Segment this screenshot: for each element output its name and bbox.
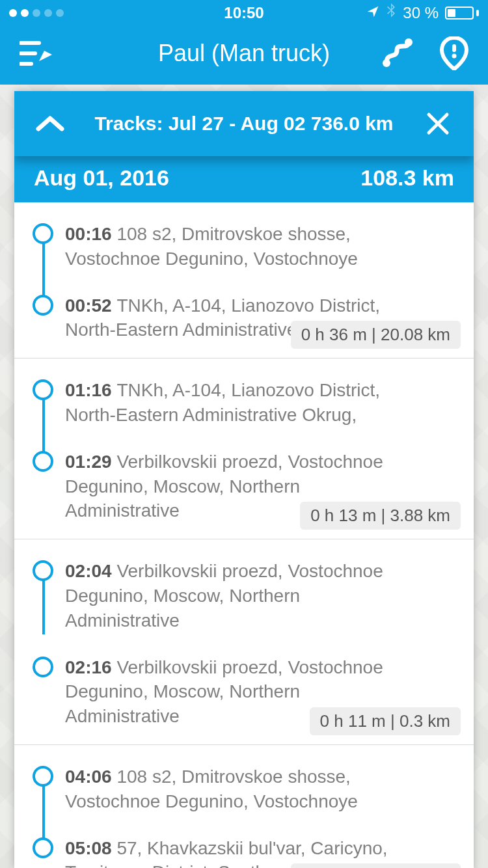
panel-date: Aug 01, 2016 bbox=[34, 165, 169, 191]
segments-list[interactable]: 00:16 108 s2, Dmitrovskoe shosse, Vostoc… bbox=[14, 202, 474, 868]
end-point-icon bbox=[33, 837, 53, 858]
nav-title: Paul (Man truck) bbox=[0, 40, 488, 67]
track-segment[interactable]: 04:06 108 s2, Dmitrovskoe shosse, Vostoc… bbox=[14, 745, 474, 868]
tracks-panel: Tracks: Jul 27 - Aug 02 736.0 km Aug 01,… bbox=[14, 91, 474, 868]
segment-start: 01:16 TNKh, A-104, Lianozovo District, N… bbox=[65, 378, 416, 427]
track-segment[interactable]: 00:16 108 s2, Dmitrovskoe shosse, Vostoc… bbox=[14, 202, 474, 359]
track-segment[interactable]: 01:16 TNKh, A-104, Lianozovo District, N… bbox=[14, 359, 474, 539]
start-point-icon bbox=[33, 560, 53, 581]
start-point-icon bbox=[33, 223, 53, 244]
bluetooth-icon bbox=[386, 3, 396, 23]
duration-badge: 1 h 02 m | 40.46 km bbox=[291, 863, 461, 868]
segment-start: 02:04 Verbilkovskii proezd, Vostochnoe D… bbox=[65, 559, 416, 632]
status-bar: 10:50 30 % bbox=[0, 0, 488, 26]
end-point-icon bbox=[33, 451, 53, 472]
end-point-icon bbox=[33, 657, 53, 677]
end-point-icon bbox=[33, 295, 53, 316]
chevron-up-icon[interactable] bbox=[34, 115, 66, 133]
duration-badge: 0 h 36 m | 20.08 km bbox=[291, 321, 461, 349]
panel-header[interactable]: Tracks: Jul 27 - Aug 02 736.0 km bbox=[14, 91, 474, 156]
segment-start: 00:16 108 s2, Dmitrovskoe shosse, Vostoc… bbox=[65, 222, 416, 271]
nav-bar: Paul (Man truck) bbox=[0, 26, 488, 85]
start-point-icon bbox=[33, 379, 53, 400]
segment-start: 04:06 108 s2, Dmitrovskoe shosse, Vostoc… bbox=[65, 765, 416, 814]
panel-header-title: Tracks: Jul 27 - Aug 02 736.0 km bbox=[66, 113, 422, 135]
panel-subheader: Aug 01, 2016 108.3 km bbox=[14, 156, 474, 202]
duration-badge: 0 h 13 m | 3.88 km bbox=[300, 502, 461, 530]
close-icon[interactable] bbox=[422, 111, 454, 137]
status-time: 10:50 bbox=[0, 4, 488, 22]
track-segment[interactable]: 02:04 Verbilkovskii proezd, Vostochnoe D… bbox=[14, 539, 474, 745]
panel-distance: 108.3 km bbox=[360, 165, 454, 191]
start-point-icon bbox=[33, 766, 53, 787]
duration-badge: 0 h 11 m | 0.3 km bbox=[310, 707, 461, 735]
